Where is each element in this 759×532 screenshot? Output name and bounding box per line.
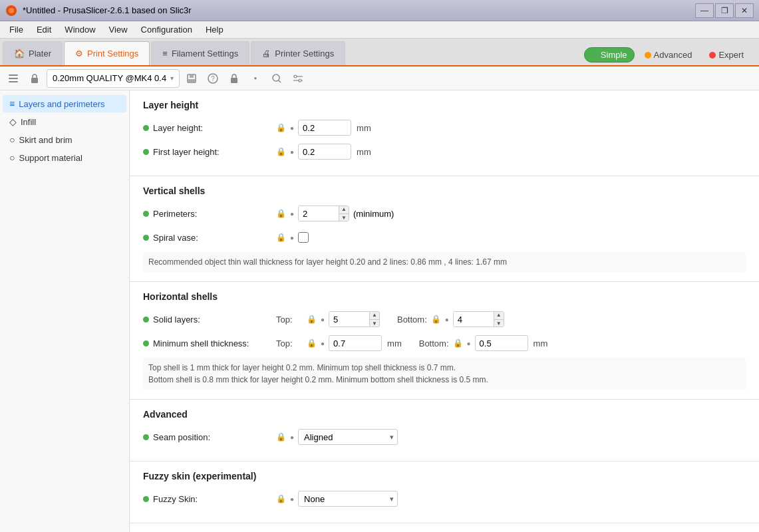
seam-lock[interactable]: 🔒 <box>276 432 286 442</box>
min-shell-bottom-input[interactable] <box>475 335 528 351</box>
sidebar: ≡ Layers and perimeters ◇ Infill ○ Skirt… <box>0 90 130 532</box>
spiral-lock[interactable]: 🔒 <box>276 233 286 242</box>
sidebar-item-skirt-label: Skirt and brim <box>19 135 72 145</box>
menu-configuration[interactable]: Configuration <box>134 23 199 36</box>
question-icon: ? <box>208 73 218 84</box>
layer-height-input[interactable] <box>298 120 351 136</box>
solid-bottom-spin-up[interactable]: ▲ <box>494 311 504 320</box>
svg-point-1 <box>9 8 14 13</box>
sidebar-item-support[interactable]: ○ Support material <box>3 149 126 166</box>
search-icon-btn[interactable] <box>267 69 286 88</box>
fuzzy-skin-dot <box>143 496 149 502</box>
solid-top-spin-up[interactable]: ▲ <box>369 311 379 320</box>
min-shell-top-input[interactable] <box>329 335 382 351</box>
perimeters-input[interactable] <box>299 205 339 221</box>
solid-top-input[interactable] <box>329 311 369 327</box>
menu-bar: File Edit Window View Configuration Help <box>0 21 759 39</box>
solid-bottom-spin-down[interactable]: ▼ <box>494 320 504 328</box>
toolbar: 0.20mm QUALITY @MK4 0.4 ▾ ? ● <box>0 66 759 90</box>
layer-height-lock[interactable]: 🔒 <box>276 123 286 132</box>
tab-print-settings[interactable]: ⚙ Print Settings <box>64 41 150 65</box>
sidebar-item-skirt[interactable]: ○ Skirt and brim <box>3 131 126 148</box>
app-icon <box>5 5 17 17</box>
spiral-vase-checkbox[interactable] <box>298 232 309 243</box>
tab-printer-settings-label: Printer Settings <box>275 49 334 59</box>
first-layer-unit: mm <box>357 147 371 157</box>
tab-printer-settings[interactable]: 🖨 Printer Settings <box>251 41 345 65</box>
profile-label: 0.20mm QUALITY @MK4 0.4 <box>53 73 166 83</box>
min-shell-top-row: Top: 🔒 ● mm <box>276 335 402 351</box>
config-icon <box>293 73 303 84</box>
svg-rect-3 <box>9 78 18 79</box>
spiral-bullet: ● <box>290 234 294 241</box>
menu-view[interactable]: View <box>102 23 134 36</box>
solid-top-label: Top: <box>276 315 303 325</box>
fuzzy-skin-select-wrap: None Outside walls All walls <box>298 491 398 507</box>
solid-layers-top-row: Top: 🔒 ● ▲ ▼ <box>276 311 380 327</box>
solid-top-spin-down[interactable]: ▼ <box>369 320 379 328</box>
lock-icon <box>29 73 40 84</box>
min-shell-top-bullet: ● <box>321 340 325 347</box>
layers-icon-btn[interactable] <box>4 69 23 88</box>
save-icon-btn[interactable] <box>182 69 201 88</box>
solid-bottom-label: Bottom: <box>397 315 427 325</box>
menu-file[interactable]: File <box>3 23 30 36</box>
maximize-button[interactable]: ❐ <box>715 3 734 18</box>
advanced-dot <box>645 52 651 59</box>
tab-plater[interactable]: 🏠 Plater <box>3 41 63 65</box>
horizontal-shells-info-1: Top shell is 1 mm thick for layer height… <box>148 362 740 374</box>
layer-height-title: Layer height <box>143 100 746 110</box>
content-area: Layer height Layer height: 🔒 ● mm First … <box>130 90 759 532</box>
minimize-button[interactable]: — <box>695 3 714 18</box>
lock-icon-btn[interactable] <box>25 69 44 88</box>
solid-bottom-spin: ▲ ▼ <box>453 311 504 327</box>
plater-icon: 🏠 <box>14 49 25 59</box>
menu-help[interactable]: Help <box>199 23 230 36</box>
sidebar-item-infill[interactable]: ◇ Infill <box>3 113 126 130</box>
tab-filament-settings[interactable]: ≡ Filament Settings <box>151 41 249 65</box>
solid-top-lock[interactable]: 🔒 <box>307 315 317 324</box>
seam-position-select[interactable]: Aligned Random Nearest Rear <box>298 429 398 445</box>
svg-rect-4 <box>9 81 18 82</box>
fuzzy-skin-lock[interactable]: 🔒 <box>276 494 286 503</box>
first-layer-bullet: ● <box>290 148 294 156</box>
config-icon-btn[interactable] <box>289 69 307 88</box>
svg-line-13 <box>279 80 281 82</box>
first-layer-lock[interactable]: 🔒 <box>276 147 286 156</box>
svg-rect-5 <box>31 78 38 83</box>
min-shell-bottom-lock[interactable]: 🔒 <box>453 338 463 348</box>
solid-layers-dot <box>143 317 149 323</box>
perimeters-spin-down[interactable]: ▼ <box>339 214 349 222</box>
close-button[interactable]: ✕ <box>735 3 754 18</box>
solid-bottom-lock[interactable]: 🔒 <box>431 315 441 324</box>
spiral-label: Spiral vase: <box>153 233 198 243</box>
mode-advanced-button[interactable]: Advanced <box>637 47 700 63</box>
layer-height-row: Layer height: 🔒 ● mm <box>143 118 746 137</box>
fuzzy-skin-select[interactable]: None Outside walls All walls <box>298 491 398 507</box>
filament-settings-icon: ≡ <box>162 49 168 59</box>
menu-window[interactable]: Window <box>58 23 102 36</box>
perimeters-spin-up[interactable]: ▲ <box>339 205 349 214</box>
lock2-icon-btn[interactable] <box>225 69 243 88</box>
layers-icon <box>7 72 19 84</box>
first-layer-height-row: First layer height: 🔒 ● mm <box>143 142 746 161</box>
perimeters-lock[interactable]: 🔒 <box>276 209 286 218</box>
skirt-icon: ○ <box>9 134 15 145</box>
profile-dropdown[interactable]: 0.20mm QUALITY @MK4 0.4 ▾ <box>47 69 180 88</box>
mode-expert-button[interactable]: Expert <box>702 47 751 63</box>
perimeters-spin-buttons: ▲ ▼ <box>339 205 349 221</box>
solid-bottom-input[interactable] <box>454 311 494 327</box>
sidebar-item-infill-label: Infill <box>21 117 36 127</box>
simple-label: Simple <box>601 50 627 60</box>
min-shell-top-lock[interactable]: 🔒 <box>307 338 317 348</box>
solid-top-spin-buttons: ▲ ▼ <box>369 311 379 327</box>
title-text: *Untitled - PrusaSlicer-2.6.1 based on S… <box>23 5 192 15</box>
min-shell-thickness-row: Minimum shell thickness: Top: 🔒 ● mm Bot… <box>143 334 746 352</box>
question-icon-btn[interactable]: ? <box>204 69 222 88</box>
first-layer-input[interactable] <box>298 144 351 160</box>
menu-edit[interactable]: Edit <box>30 23 58 36</box>
mode-simple-button[interactable]: Simple <box>584 47 635 63</box>
perimeters-row: Perimeters: 🔒 ● ▲ ▼ (minimum) <box>143 204 746 223</box>
min-shell-bottom-bullet: ● <box>467 340 471 347</box>
sidebar-item-layers[interactable]: ≡ Layers and perimeters <box>3 95 126 112</box>
